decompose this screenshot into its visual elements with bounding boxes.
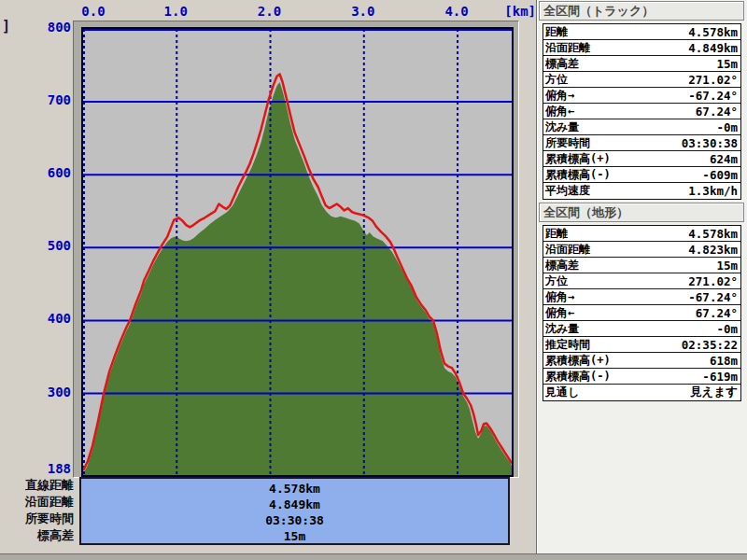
row-label: 平均速度 [543,183,590,199]
row-value: 15m [716,259,740,273]
x-axis-tick-label: 1.0 [155,4,196,19]
row-label: 累積標高(+) [543,151,611,167]
row-value: 03:30:38 [682,136,740,150]
row-label: 見通し [543,385,579,400]
y-axis-tick-label: 400 [28,311,71,326]
summary-value: 15m [81,528,508,544]
row-value: 4.578km [688,227,740,241]
row-label: 距離 [543,24,568,40]
x-axis-tick-label: 3.0 [343,4,384,19]
y-axis-tick-label: 188 [28,461,71,476]
y-axis-tick-label: 500 [28,238,71,253]
summary-label: 直線距離 [0,477,74,494]
table-row: 距離4.578km [543,226,740,242]
x-axis-unit-label: [km] [493,4,536,19]
table-row: 推定時間02:35:22 [543,337,740,353]
row-value: 67.24° [696,105,740,119]
table-row: 俯角←67.24° [543,305,740,321]
row-value: -67.24° [688,89,740,103]
row-value: 67.24° [696,306,740,320]
row-label: 標高差 [543,56,579,72]
x-axis-tick-label: 0.0 [73,4,114,19]
table-row: 沈み量-0m [543,119,740,135]
row-label: 俯角→ [543,289,574,305]
row-label: 沈み量 [543,321,579,337]
table-row: 見通し見えます [543,385,740,400]
table-row: 累積標高(+)624m [543,151,740,167]
table-row: 俯角←67.24° [543,104,740,119]
section-header-track[interactable]: 全区間（トラック） [539,1,744,21]
y-axis-tick-label: 700 [28,92,71,107]
row-value: 618m [710,354,740,368]
y-axis-unit-label: ] [2,18,10,35]
summary-label: 標高差 [0,527,74,544]
x-axis-tick-label: 2.0 [249,4,290,19]
y-axis-tick-label: 300 [28,385,71,399]
summary-value: 4.849km [81,497,508,512]
row-label: 累積標高(-) [543,167,611,183]
section-header-terrain[interactable]: 全区間（地形） [539,203,744,222]
row-label: 累積標高(+) [543,353,611,369]
table-row: 沿面距離4.849km [543,40,740,56]
table-row: 沈み量-0m [543,321,740,337]
table-row: 距離4.578km [543,24,740,40]
row-value: 15m [716,57,740,71]
table-row: 累積標高(-)-619m [543,369,740,385]
row-value: 見えます [690,385,740,400]
row-label: 方位 [543,72,568,88]
row-label: 俯角← [543,305,574,321]
table-row: 所要時間03:30:38 [543,135,740,151]
chart-frame [73,21,519,478]
summary-label: 所要時間 [0,511,74,527]
row-label: 沿面距離 [543,40,590,56]
elevation-profile-window: { "chart": { "y_unit_clipped": "]", "x_u… [0,0,747,560]
table-row: 俯角→-67.24° [543,88,740,104]
row-label: 累積標高(-) [543,369,611,385]
summary-value: 03:30:38 [81,512,508,528]
x-axis-tick-label: 4.0 [436,4,477,19]
table-row: 累積標高(-)-609m [543,167,740,183]
y-axis-tick-label: 800 [28,20,71,35]
row-value: -67.24° [688,290,740,304]
stats-table-track: 距離4.578km沿面距離4.849km標高差15m方位271.02°俯角→-6… [543,23,741,200]
summary-value: 4.578km [81,481,508,497]
row-value: 271.02° [688,274,740,288]
elevation-profile-plot[interactable] [81,27,514,477]
row-value: 02:35:22 [682,338,740,352]
row-value: 4.578km [688,25,740,39]
row-label: 推定時間 [543,337,590,353]
row-value: -0m [716,322,740,336]
row-label: 方位 [543,273,568,289]
row-value: -0m [716,120,740,134]
table-row: 標高差15m [543,56,740,72]
elevation-profile-canvas [83,29,512,475]
row-value: 1.3km/h [688,184,740,198]
row-label: 沿面距離 [543,242,590,258]
row-label: 俯角→ [543,88,574,104]
row-label: 所要時間 [543,135,590,151]
table-row: 累積標高(+)618m [543,353,740,369]
row-value: -619m [702,370,740,384]
table-row: 方位271.02° [543,273,740,289]
table-row: 沿面距離4.823km [543,242,740,258]
row-label: 標高差 [543,258,579,273]
table-row: 平均速度1.3km/h [543,183,740,199]
row-value: 4.823km [688,243,740,257]
row-label: 沈み量 [543,119,579,135]
row-value: -609m [702,168,740,182]
table-row: 俯角→-67.24° [543,289,740,305]
row-value: 624m [710,152,740,166]
window-bottom-edge [0,553,747,560]
statistics-side-panel: 全区間（トラック）距離4.578km沿面距離4.849km標高差15m方位271… [538,0,747,560]
row-value: 271.02° [688,73,740,87]
table-row: 標高差15m [543,258,740,273]
row-value: 4.849km [688,41,740,55]
stats-table-terrain: 距離4.578km沿面距離4.823km標高差15m方位271.02°俯角→-6… [543,225,741,401]
row-label: 距離 [543,226,568,242]
table-row: 方位271.02° [543,72,740,88]
y-axis-tick-label: 600 [28,165,71,180]
summary-label: 沿面距離 [0,494,74,511]
summary-bar: 4.578km4.849km03:30:3815m [79,477,510,545]
row-label: 俯角← [543,104,574,119]
